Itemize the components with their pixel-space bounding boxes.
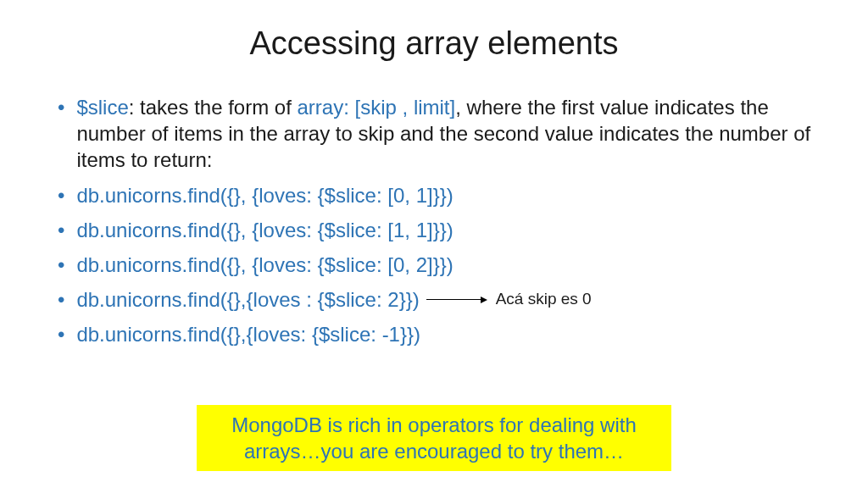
- bullet-item-code-3: • db.unicorns.find({}, {loves: {$slice: …: [58, 252, 817, 278]
- bullet-dot-icon: •: [58, 286, 64, 313]
- bullet-item-code-5: • db.unicorns.find({},{loves: {$slice: -…: [58, 321, 817, 347]
- bullet-item-code-4-annotated: • db.unicorns.find({},{loves : {$slice: …: [58, 286, 817, 313]
- arrow-icon: [426, 297, 487, 303]
- bullet-item-code-2: • db.unicorns.find({}, {loves: {$slice: …: [58, 217, 817, 243]
- code-example: db.unicorns.find({},{loves : {$slice: 2}…: [76, 286, 419, 313]
- bullet-dot-icon: •: [58, 252, 64, 278]
- code-example: db.unicorns.find({}, {loves: {$slice: [1…: [76, 217, 453, 243]
- bullet-dot-icon: •: [58, 321, 64, 347]
- bullet-dot-icon: •: [58, 94, 64, 120]
- annotation-label: Acá skip es 0: [496, 289, 592, 310]
- bullet-item-slice-description: • $slice: takes the form of array: [skip…: [58, 94, 817, 174]
- bullet-dot-icon: •: [58, 217, 64, 243]
- bullet-dot-icon: •: [58, 182, 64, 208]
- bullet-item-code-1: • db.unicorns.find({}, {loves: {$slice: …: [58, 182, 817, 208]
- bullet-list: • $slice: takes the form of array: [skip…: [51, 94, 817, 348]
- code-example: db.unicorns.find({}, {loves: {$slice: [0…: [76, 252, 453, 278]
- highlight-callout: MongoDB is rich in operators for dealing…: [197, 405, 671, 471]
- keyword-slice: $slice: [76, 96, 128, 119]
- keyword-array-skip-limit: array: [skip , limit]: [298, 96, 456, 119]
- code-example: db.unicorns.find({}, {loves: {$slice: [0…: [76, 182, 453, 208]
- slide-container: Accessing array elements • $slice: takes…: [0, 0, 868, 488]
- bullet-text: $slice: takes the form of array: [skip ,…: [76, 94, 817, 174]
- slide-title: Accessing array elements: [51, 25, 817, 62]
- code-example: db.unicorns.find({},{loves: {$slice: -1}…: [76, 321, 420, 347]
